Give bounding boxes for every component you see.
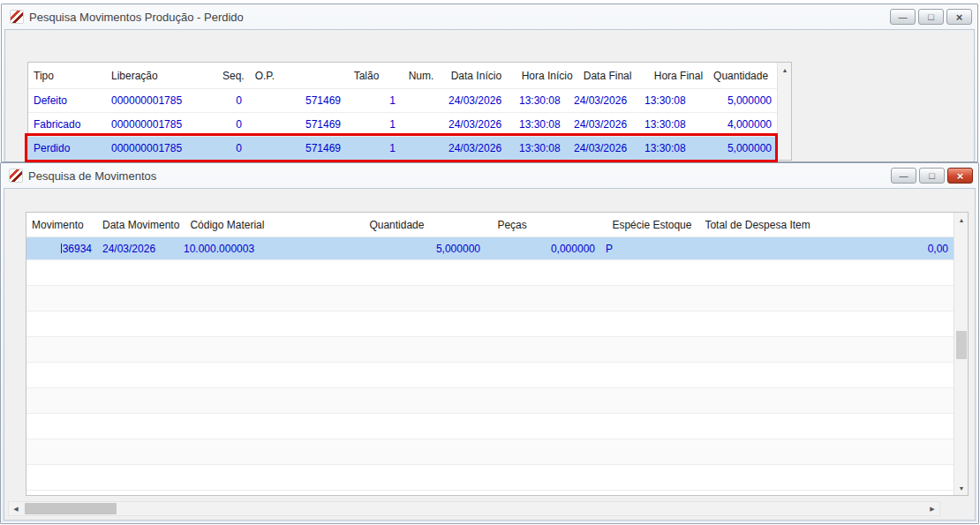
column-header[interactable]: Data Movimento [97,219,185,231]
cell: 13:30:08 [514,142,569,154]
empty-row [26,337,954,363]
column-header[interactable]: Espécie Estoque [607,219,699,231]
cell: 24/03/2026 [97,243,178,255]
scroll-down-icon[interactable]: ▼ [954,481,969,495]
close-button[interactable]: × [947,168,973,184]
cell: 24/03/2026 [443,142,514,154]
column-header[interactable]: Data Início [446,70,516,82]
table-row[interactable]: Perdido0000000017850571469124/03/202613:… [28,137,777,161]
window-pesquisa-movimentos-producao: Pesquisa Movimentos Produção - Perdido —… [1,4,978,162]
cell: 0,000000 [486,243,600,255]
cell: 000000001785 [106,142,217,154]
scrollbar-thumb[interactable] [25,503,117,514]
column-header[interactable]: Total de Despesa Item [699,219,954,231]
window-pesquisa-de-movimentos: Pesquisa de Movimentos — □ × ▲ ▼ Movimen… [0,162,979,524]
empty-row [26,439,954,465]
cell: 13:30:08 [514,118,569,131]
scroll-left-icon[interactable]: ◀ [9,502,23,515]
cell: 4,000000 [694,118,777,131]
cell: 5,000000 [358,243,486,255]
empty-row [26,363,954,388]
window-client-area: ▲ ▼ MovimentoData MovimentoCódigo Materi… [4,188,976,521]
titlebar-producao[interactable]: Pesquisa Movimentos Produção - Perdido —… [2,4,977,29]
scrollbar-thumb[interactable] [956,331,967,359]
cell: Defeito [28,94,106,107]
column-header[interactable]: Hora Final [649,70,708,82]
cell: 24/03/2026 [443,118,514,131]
column-header[interactable]: Seq. [217,70,250,82]
cell: 000000001785 [106,94,217,107]
cell: 571469 [247,118,346,131]
minimize-button[interactable]: — [890,9,916,25]
cell: 24/03/2026 [569,94,639,107]
cell: 0,00 [693,243,954,255]
vertical-scrollbar[interactable]: ▲ [777,63,791,160]
cell: 5,000000 [694,94,777,107]
table-row[interactable]: 3693424/03/202610.000.0000035,0000000,00… [26,237,954,260]
cell: 13:30:08 [639,94,694,107]
horizontal-scrollbar[interactable]: ◀ ▶ [8,501,940,516]
cell: 10.000.000003 [178,243,358,255]
empty-row [26,465,954,491]
cell: P [600,243,693,255]
cell: 1 [346,142,401,154]
cell: 13:30:08 [639,118,694,131]
minimize-button[interactable]: — [891,168,916,184]
column-header[interactable]: Talão [349,70,403,82]
cell: 1 [346,118,401,131]
column-header[interactable]: Hora Início [516,70,578,82]
app-icon[interactable] [10,10,24,24]
production-movements-grid: ▲ TipoLiberaçãoSeq.O.P.TalãoNum.Data Iní… [27,62,792,161]
window-client-area: ▲ TipoLiberaçãoSeq.O.P.TalãoNum.Data Iní… [4,29,975,161]
column-header[interactable]: Quantidade [364,219,492,231]
column-header[interactable]: Código Material [185,219,364,231]
cell: 571469 [247,94,346,107]
column-header[interactable]: Liberação [106,70,217,82]
empty-row [26,311,954,337]
scroll-up-icon[interactable]: ▲ [778,63,792,77]
empty-row [26,414,954,439]
maximize-button[interactable]: □ [918,9,944,25]
window-title: Pesquisa Movimentos Produção - Perdido [29,11,885,24]
maximize-button[interactable]: □ [919,168,945,184]
caption-buttons: — □ × [891,168,973,184]
empty-row [26,260,954,286]
cell: 0 [217,94,247,107]
app-icon[interactable] [9,169,23,183]
cell: 5,000000 [694,142,777,154]
grid-header-row: MovimentoData MovimentoCódigo MaterialQu… [26,213,954,237]
text-cursor [61,244,62,253]
vertical-scrollbar[interactable]: ▲ ▼ [954,213,968,495]
column-header[interactable]: Tipo [28,70,106,82]
cell: 1 [346,94,401,107]
empty-row [26,388,954,414]
caption-buttons: — □ × [890,9,972,25]
cell: 13:30:08 [514,94,569,107]
cell: 0 [217,142,247,154]
column-header[interactable]: Quantidade [708,70,777,82]
scroll-right-icon[interactable]: ▶ [925,502,939,515]
titlebar-movimentos[interactable]: Pesquisa de Movimentos — □ × [1,163,978,188]
cell: 13:30:08 [639,142,694,154]
cell: 24/03/2026 [569,142,639,154]
cell: 0 [217,118,247,131]
table-row[interactable]: Defeito0000000017850571469124/03/202613:… [28,89,777,113]
column-header[interactable]: Movimento [26,219,97,231]
cell: 24/03/2026 [569,118,639,131]
cell: 36934 [26,243,97,255]
column-header[interactable]: O.P. [250,70,349,82]
scroll-up-icon[interactable]: ▲ [954,213,969,227]
empty-row [26,286,954,311]
scrollbar-track[interactable] [117,502,925,515]
table-row[interactable]: Fabricado0000000017850571469124/03/20261… [28,113,777,137]
close-button[interactable]: × [946,9,972,25]
cell: 000000001785 [106,118,217,131]
column-header[interactable]: Num. [403,70,446,82]
column-header[interactable]: Data Final [578,70,649,82]
movements-grid: ▲ ▼ MovimentoData MovimentoCódigo Materi… [26,212,969,496]
cell: 24/03/2026 [443,94,514,107]
cell: Fabricado [28,118,106,131]
column-header[interactable]: Peças [492,219,607,231]
cell: 571469 [247,142,346,154]
grid-header-row: TipoLiberaçãoSeq.O.P.TalãoNum.Data Iníci… [28,63,777,89]
